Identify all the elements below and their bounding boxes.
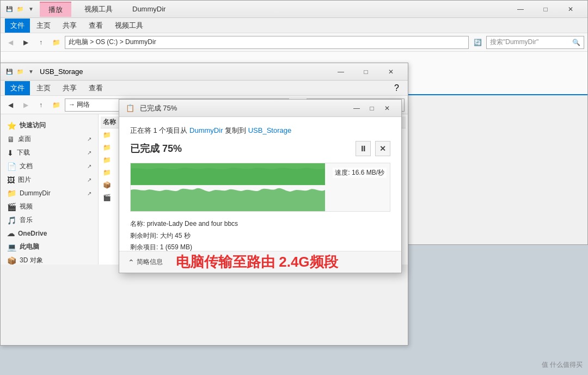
folder-nav-icon: 📁 (50, 36, 63, 49)
cube-icon: 📦 (7, 256, 16, 265)
menu-home[interactable]: 主页 (31, 19, 56, 33)
info-items-label: 剩余项目: (130, 243, 158, 251)
chevron-up-icon: ⌃ (128, 258, 134, 267)
annotation-text: 电脑传输至路由 2.4G频段 (176, 253, 338, 272)
refresh-button[interactable]: 🔄 (471, 36, 484, 49)
mid-window-title: USB_Storage (40, 67, 83, 76)
dropdown-icon: ▼ (27, 5, 35, 14)
dropdown-icon2: ▼ (27, 67, 35, 76)
dialog-maximize-button[interactable]: □ (364, 102, 379, 115)
dialog-minimize-button[interactable]: — (349, 102, 364, 115)
subtitle-prefix: 正在将 1 个项目从 (130, 126, 187, 134)
arrow-icon2: ↗ (87, 150, 91, 156)
pause-button[interactable]: ⏸ (356, 141, 371, 156)
mid-win-controls: — □ ✕ (328, 63, 403, 81)
sidebar-label-thispc: 此电脑 (20, 242, 39, 251)
up-button[interactable]: ↑ (34, 36, 47, 49)
title-bar-title: 播放 视频工具 DummyDir (40, 2, 508, 17)
mid-title-icons: 💾 📁 ▼ (5, 67, 35, 76)
sidebar-item-onedrive[interactable]: ☁ OneDrive (1, 227, 98, 240)
cloud-icon: ☁ (7, 229, 15, 238)
sidebar-label-onedrive: OneDrive (18, 230, 47, 237)
stop-button[interactable]: ✕ (375, 141, 390, 156)
sidebar-label-pictures: 图片 (18, 175, 31, 185)
back-button[interactable]: ◀ (4, 36, 17, 49)
arrow-icon: ↗ (87, 136, 91, 142)
back-menu-bar: 文件 主页 共享 查看 视频工具 (1, 18, 587, 33)
address-path[interactable]: 此电脑 > OS (C:) > DummyDir (65, 36, 469, 49)
mid-maximize-button[interactable]: □ (353, 63, 378, 81)
sidebar-item-docs[interactable]: 📄 文档 ↗ (1, 159, 98, 173)
sidebar-item-pictures[interactable]: 🖼 图片 ↗ (1, 173, 98, 187)
sidebar-label-download: 下载 (17, 148, 30, 157)
menu-view[interactable]: 查看 (83, 19, 108, 33)
sidebar-label-quick-access: 快速访问 (20, 121, 46, 130)
sidebar-item-music[interactable]: 🎵 音乐 (1, 213, 98, 227)
search-placeholder: 搜索"DummyDir" (490, 38, 538, 47)
sidebar-item-3d[interactable]: 📦 3D 对象 (1, 254, 98, 265)
window-title: DummyDir (132, 5, 166, 13)
info-time-value: 大约 45 秒 (160, 232, 191, 239)
search-icon[interactable]: 🔍 (572, 39, 580, 46)
mid-menu-home[interactable]: 主页 (31, 81, 56, 95)
info-name-label: 名称: (130, 220, 145, 228)
dialog-title-label: 已完成 75% (140, 104, 177, 112)
mid-menu-view[interactable]: 查看 (83, 81, 108, 95)
back-addr-bar: ◀ ▶ ↑ 📁 此电脑 > OS (C:) > DummyDir 🔄 搜索"Du… (1, 33, 587, 52)
dialog-controls: ⏸ ✕ (356, 141, 390, 156)
maximize-button[interactable]: □ (533, 1, 558, 18)
pictures-icon: 🖼 (7, 176, 15, 185)
minimize-button[interactable]: — (508, 1, 533, 18)
sidebar-label-music: 音乐 (20, 216, 33, 225)
mid-minimize-button[interactable]: — (328, 63, 353, 81)
forward-button[interactable]: ▶ (19, 36, 32, 49)
sidebar-item-thispc[interactable]: 💻 此电脑 (1, 240, 98, 254)
collapse-button[interactable]: ⌃ 简略信息 (128, 257, 163, 267)
window-controls: — □ ✕ (508, 1, 583, 18)
save-icon: 💾 (5, 5, 14, 14)
sidebar-item-dummydir[interactable]: 📁 DummyDir ↗ (1, 187, 98, 200)
chart-svg (131, 163, 390, 211)
tab-play[interactable]: 播放 (40, 2, 71, 17)
from-link[interactable]: DummyDir (189, 126, 223, 134)
mid-forward-button[interactable]: ▶ (19, 99, 32, 112)
dialog-title-text: 📋 已完成 75% (126, 103, 349, 113)
dialog-progress-title: 已完成 75% ⏸ ✕ (130, 141, 390, 156)
info-name-row: 名称: private-Lady Dee and four bbcs (130, 218, 390, 230)
copy-dialog: 📋 已完成 75% — □ ✕ 正在将 1 个项目从 DummyDir 复制到 … (119, 99, 402, 273)
menu-share[interactable]: 共享 (57, 19, 82, 33)
mid-menu-share[interactable]: 共享 (57, 81, 82, 95)
dialog-close-button[interactable]: ✕ (379, 102, 395, 115)
pc-icon: 💻 (7, 243, 16, 251)
dialog-footer: ⌃ 简略信息 电脑传输至路由 2.4G频段 (119, 251, 401, 273)
menu-file[interactable]: 文件 (5, 19, 30, 33)
sidebar-label-desktop: 桌面 (18, 134, 31, 144)
to-link[interactable]: USB_Storage (248, 126, 292, 134)
close-button[interactable]: ✕ (558, 1, 583, 18)
collapse-label: 简略信息 (137, 257, 163, 267)
search-box[interactable]: 搜索"DummyDir" 🔍 (486, 36, 584, 49)
sidebar-item-download[interactable]: ⬇ 下载 ↗ (1, 146, 98, 159)
info-items-value: 1 (659 MB) (160, 243, 192, 251)
mid-menu-bar: 文件 主页 共享 查看 ? (1, 81, 408, 96)
help-icon[interactable]: ? (390, 83, 403, 93)
download-icon: ⬇ (7, 149, 14, 157)
music-icon: 🎵 (7, 216, 16, 225)
mid-back-button[interactable]: ◀ (4, 99, 17, 112)
mid-close-button[interactable]: ✕ (378, 63, 403, 81)
mid-menu-file[interactable]: 文件 (5, 81, 30, 95)
sidebar-item-quick-access[interactable]: ⭐ 快速访问 (1, 119, 98, 132)
info-time-row: 剩余时间: 大约 45 秒 (130, 230, 390, 242)
arrow-icon4: ↗ (87, 177, 91, 183)
sidebar-item-video[interactable]: 🎬 视频 (1, 200, 98, 213)
mid-up-button[interactable]: ↑ (34, 99, 47, 112)
arrow-icon5: ↗ (87, 190, 91, 196)
sidebar-item-desktop[interactable]: 🖥 桌面 ↗ (1, 132, 98, 146)
folder-icon2: 📁 (16, 67, 24, 76)
copy-icon: 📋 (126, 104, 134, 112)
menu-video-tools[interactable]: 视频工具 (109, 19, 149, 33)
arrow-icon3: ↗ (87, 163, 91, 169)
dialog-info: 名称: private-Lady Dee and four bbcs 剩余时间:… (130, 218, 390, 254)
progress-label: 已完成 75% (130, 142, 182, 155)
tab-video-tools[interactable]: 视频工具 (76, 2, 121, 16)
